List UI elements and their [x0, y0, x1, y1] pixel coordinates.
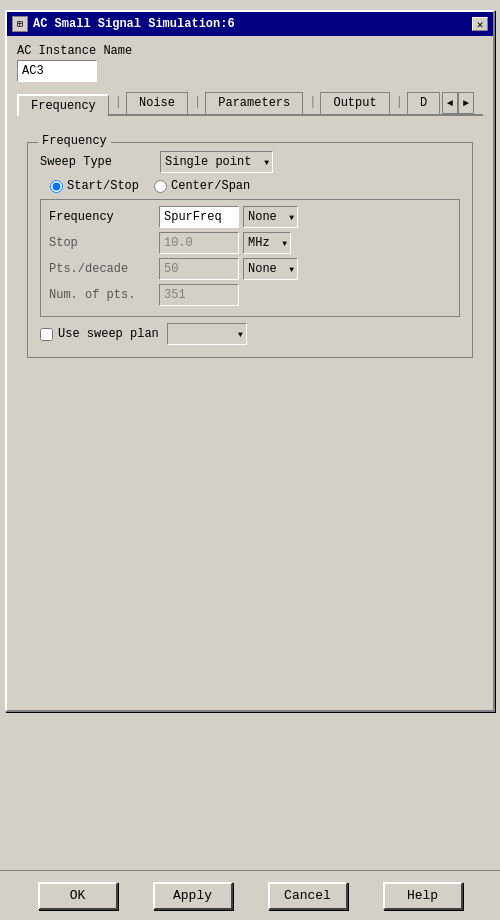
params-box: Frequency None Hz KHz MHz GHz [40, 199, 460, 317]
tab-nav-next[interactable]: ► [458, 92, 474, 114]
param-label-stop: Stop [49, 236, 159, 250]
radio-center-span[interactable]: Center/Span [154, 179, 250, 193]
sweep-plan-select-wrapper: plan1 plan2 [167, 323, 247, 345]
ok-button[interactable]: OK [38, 882, 118, 910]
sweep-plan-checkbox[interactable] [40, 328, 53, 341]
window-icon: ⊞ [12, 16, 28, 32]
param-row-num-pts: Num. of pts. [49, 284, 451, 306]
sweep-type-select-wrapper: Single point Linear Logarithmic Adaptive [160, 151, 273, 173]
main-window: ⊞ AC Small Signal Simulation:6 ✕ AC Inst… [5, 10, 495, 712]
tab-separator-3: | [305, 92, 320, 114]
tab-separator-2: | [190, 92, 205, 114]
button-bar: OK Apply Cancel Help [0, 870, 500, 920]
param-unit-pts[interactable]: None Hz KHz MHz GHz [243, 258, 298, 280]
sweep-plan-row: Use sweep plan plan1 plan2 [40, 323, 460, 345]
tab-noise[interactable]: Noise [126, 92, 188, 114]
sweep-plan-label: Use sweep plan [58, 327, 159, 341]
param-label-num-pts: Num. of pts. [49, 288, 159, 302]
tab-separator-1: | [111, 92, 126, 114]
window-title: AC Small Signal Simulation:6 [33, 17, 235, 31]
param-input-pts-decade [159, 258, 239, 280]
param-unit-stop[interactable]: Hz KHz MHz GHz [243, 232, 291, 254]
param-input-frequency[interactable] [159, 206, 239, 228]
help-button[interactable]: Help [383, 882, 463, 910]
sweep-type-select[interactable]: Single point Linear Logarithmic Adaptive [160, 151, 273, 173]
sweep-plan-checkbox-label[interactable]: Use sweep plan [40, 327, 159, 341]
radio-start-stop-input[interactable] [50, 180, 63, 193]
content-area: Frequency Sweep Type Single point Linear… [17, 122, 483, 702]
param-label-pts-decade: Pts./decade [49, 262, 159, 276]
title-bar: ⊞ AC Small Signal Simulation:6 ✕ [7, 12, 493, 36]
tab-frequency[interactable]: Frequency [17, 94, 109, 116]
radio-start-stop[interactable]: Start/Stop [50, 179, 139, 193]
radio-start-stop-label: Start/Stop [67, 179, 139, 193]
cancel-button[interactable]: Cancel [268, 882, 348, 910]
apply-button[interactable]: Apply [153, 882, 233, 910]
frequency-group-title: Frequency [38, 134, 111, 148]
param-row-pts-decade: Pts./decade None Hz KHz MHz GHz [49, 258, 451, 280]
tab-parameters[interactable]: Parameters [205, 92, 303, 114]
window-body: AC Instance Name Frequency | Noise | Par… [7, 36, 493, 710]
tab-d[interactable]: D [407, 92, 440, 114]
param-unit-frequency-wrapper: None Hz KHz MHz GHz [243, 206, 298, 228]
tab-output[interactable]: Output [320, 92, 389, 114]
param-input-num-pts [159, 284, 239, 306]
sweep-type-row: Sweep Type Single point Linear Logarithm… [40, 151, 460, 173]
instance-name-section: AC Instance Name [17, 44, 483, 82]
param-unit-frequency[interactable]: None Hz KHz MHz GHz [243, 206, 298, 228]
tab-nav-prev[interactable]: ◄ [442, 92, 458, 114]
instance-name-label: AC Instance Name [17, 44, 483, 58]
sweep-plan-select[interactable]: plan1 plan2 [167, 323, 247, 345]
param-unit-stop-wrapper: Hz KHz MHz GHz [243, 232, 291, 254]
param-label-frequency: Frequency [49, 210, 159, 224]
tab-separator-4: | [392, 92, 407, 114]
tab-bar: Frequency | Noise | Parameters | Output … [17, 92, 483, 116]
radio-center-span-input[interactable] [154, 180, 167, 193]
title-bar-left: ⊞ AC Small Signal Simulation:6 [12, 16, 235, 32]
param-unit-pts-wrapper: None Hz KHz MHz GHz [243, 258, 298, 280]
param-row-stop: Stop Hz KHz MHz GHz [49, 232, 451, 254]
instance-name-input[interactable] [17, 60, 97, 82]
radio-center-span-label: Center/Span [171, 179, 250, 193]
param-row-frequency: Frequency None Hz KHz MHz GHz [49, 206, 451, 228]
close-button[interactable]: ✕ [472, 17, 488, 31]
sweep-type-label: Sweep Type [40, 155, 160, 169]
param-input-stop [159, 232, 239, 254]
radio-row: Start/Stop Center/Span [40, 179, 460, 193]
frequency-group: Frequency Sweep Type Single point Linear… [27, 142, 473, 358]
